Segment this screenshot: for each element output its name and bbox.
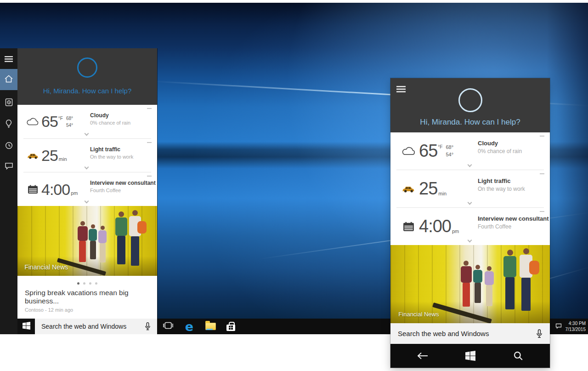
sidebar-item-ideas[interactable] <box>0 116 17 133</box>
home-icon <box>4 74 13 85</box>
chevron-down-icon[interactable] <box>467 200 472 205</box>
phone-start-button[interactable] <box>461 347 480 365</box>
calendar-time: 4:00 <box>41 182 70 197</box>
sidebar-item-home[interactable] <box>0 69 17 90</box>
edge-button[interactable]: e <box>181 319 198 334</box>
card-more-icon[interactable] <box>540 211 544 212</box>
cortana-greeting: Hi, Miranda. How can I help? <box>390 118 550 127</box>
weather-high: 68° <box>446 144 453 151</box>
cortana-panel-main: Hi, Miranda. How can I help? 65 °F 68° 5… <box>17 48 157 334</box>
calendar-detail: Fourth Coffee <box>90 188 156 193</box>
cortana-panel: Hi, Miranda. How can I help? 65 °F 68° 5… <box>0 48 157 334</box>
news-image[interactable]: Financial News <box>390 245 550 323</box>
sidebar-item-reminders[interactable] <box>0 137 17 155</box>
sidebar-item-notebook[interactable] <box>0 94 17 112</box>
phone-cortana: Hi, Miranda. How can I help? 65 °F 68° 5… <box>390 78 550 368</box>
car-icon <box>398 184 419 193</box>
clock-time: 4:30 PM <box>565 320 586 327</box>
car-icon <box>24 152 41 160</box>
card-more-icon[interactable] <box>540 173 544 174</box>
carousel-dot[interactable] <box>89 282 91 285</box>
store-button[interactable] <box>222 319 239 334</box>
cloud-icon <box>398 146 419 156</box>
phone-nav-bar <box>390 344 550 368</box>
calendar-icon <box>398 222 419 232</box>
system-tray: 4:30 PM 7/13/2015 <box>555 319 586 334</box>
weather-unit: °F <box>58 116 63 121</box>
cortana-orb[interactable] <box>458 88 482 112</box>
calendar-unit: pm <box>71 190 78 196</box>
news-section: Spring break vacations mean big business… <box>17 276 157 319</box>
menu-button[interactable] <box>0 51 17 68</box>
chevron-down-icon[interactable] <box>85 165 89 170</box>
calendar-card[interactable]: 4:00 pm Interview new consultant Fourth … <box>390 208 550 245</box>
traffic-card[interactable]: 25 min Light traffic On the way to work <box>17 139 157 172</box>
news-image-person <box>129 210 141 266</box>
mic-icon[interactable] <box>145 322 151 331</box>
weather-card[interactable]: 65 °F 68° 54° Cloudy 0% chance of rain <box>390 132 550 170</box>
task-view-button[interactable] <box>159 319 177 334</box>
traffic-card[interactable]: 25 min Light traffic On the way to work <box>390 170 550 207</box>
action-center-icon[interactable] <box>555 322 562 331</box>
wallpaper-shade <box>547 3 588 319</box>
search-placeholder: Search the web and Windows <box>41 323 126 330</box>
weather-title: Cloudy <box>90 112 130 119</box>
file-explorer-button[interactable] <box>202 319 219 334</box>
calendar-unit: pm <box>452 228 459 234</box>
cortana-orb[interactable] <box>77 57 97 78</box>
chevron-down-icon[interactable] <box>467 238 472 243</box>
phone-back-button[interactable] <box>413 347 432 365</box>
cortana-greeting: Hi, Miranda. How can I help? <box>17 87 157 95</box>
news-image-person <box>115 211 127 264</box>
carousel-dots <box>17 276 157 285</box>
taskbar-search-box[interactable]: Search the web and Windows <box>35 319 157 334</box>
start-button[interactable] <box>17 319 35 334</box>
phone-menu-button[interactable] <box>396 86 406 94</box>
calendar-icon <box>24 185 41 194</box>
card-more-icon[interactable] <box>147 142 152 143</box>
card-more-icon[interactable] <box>147 108 152 109</box>
phone-search-box[interactable]: Search the web and Windows <box>390 323 550 344</box>
weather-temp: 65 <box>41 114 58 129</box>
traffic-unit: min <box>59 156 67 162</box>
hamburger-icon <box>5 56 13 64</box>
taskbar-clock[interactable]: 4:30 PM 7/13/2015 <box>565 320 586 333</box>
weather-detail: 0% chance of rain <box>478 148 522 154</box>
sidebar-item-feedback[interactable] <box>0 158 17 175</box>
chevron-down-icon[interactable] <box>85 199 89 204</box>
news-image-backpack <box>137 221 147 234</box>
weather-low: 54° <box>446 151 453 159</box>
search-placeholder: Search the web and Windows <box>398 330 489 337</box>
chevron-down-icon[interactable] <box>467 163 472 167</box>
phone-search-button[interactable] <box>509 347 527 365</box>
traffic-minutes: 25 <box>419 180 437 197</box>
calendar-card[interactable]: 4:00 pm Interview new consultant Fourth … <box>17 172 157 206</box>
weather-card[interactable]: 65 °F 68° 54° Cloudy 0% chance of rain <box>17 105 157 138</box>
news-image-backpack <box>529 261 539 274</box>
calendar-title: Interview new consultant <box>90 180 156 186</box>
news-image-person <box>485 266 494 306</box>
cortana-sidebar <box>0 48 17 334</box>
news-image[interactable]: Financial News <box>17 206 157 276</box>
news-image-label: Financial News <box>398 311 439 318</box>
traffic-detail: On the way to work <box>478 186 525 192</box>
arrow-left-icon <box>417 352 429 360</box>
card-more-icon[interactable] <box>147 176 152 177</box>
traffic-minutes: 25 <box>41 148 58 163</box>
carousel-dot[interactable] <box>95 282 97 285</box>
card-more-icon[interactable] <box>540 136 544 137</box>
mic-icon[interactable] <box>536 329 543 339</box>
clock-icon <box>5 141 13 152</box>
carousel-dot[interactable] <box>77 282 79 285</box>
news-image-person <box>473 265 482 303</box>
carousel-dot[interactable] <box>83 282 85 285</box>
cloud-icon <box>24 117 41 126</box>
weather-title: Cloudy <box>478 140 522 147</box>
chevron-down-icon[interactable] <box>85 131 89 136</box>
magnifier-icon <box>513 351 523 361</box>
weather-detail: 0% chance of rain <box>90 120 130 126</box>
news-image-person <box>89 224 97 259</box>
notebook-icon <box>5 98 13 108</box>
news-headline[interactable]: Spring break vacations mean big business… <box>17 285 157 305</box>
news-image-person <box>503 250 516 309</box>
